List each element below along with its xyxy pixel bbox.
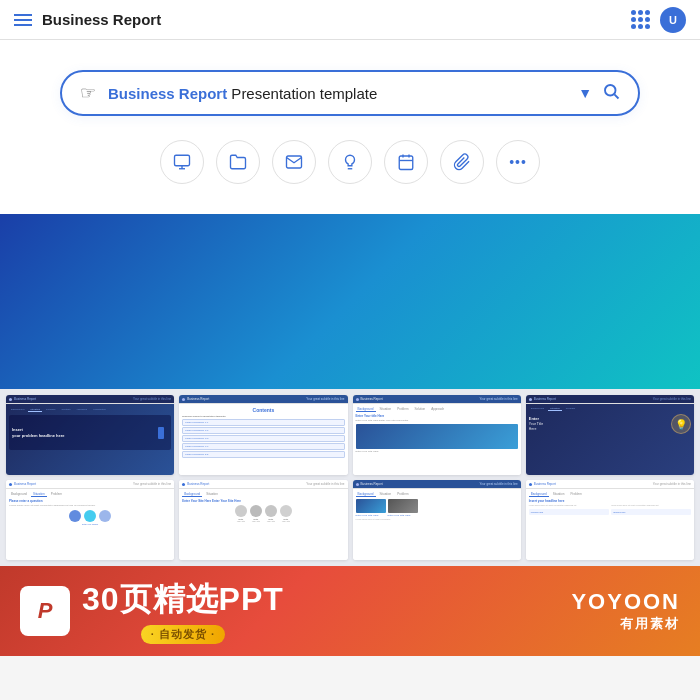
calendar-icon[interactable] <box>384 140 428 184</box>
bulb-icon[interactable] <box>328 140 372 184</box>
more-icon[interactable]: ••• <box>496 140 540 184</box>
filter-icon[interactable]: ▼ <box>578 85 592 101</box>
svg-point-0 <box>605 85 616 96</box>
search-actions: ▼ <box>578 82 620 104</box>
slides-section: Business Report Your great subtitle in t… <box>0 389 700 566</box>
svg-rect-2 <box>175 155 190 166</box>
header-left: Business Report <box>14 11 161 28</box>
bottom-banner: P 30页精选PPT · 自动发货 · YOYOON 有用素材 <box>0 566 700 656</box>
blue-section <box>0 214 700 389</box>
folder-icon[interactable] <box>216 140 260 184</box>
icon-row: ••• <box>160 134 540 194</box>
banner-right: YOYOON 有用素材 <box>571 589 680 633</box>
header: Business Report U <box>0 0 700 40</box>
banner-text-group: 30页精选PPT · 自动发货 · <box>82 578 284 644</box>
banner-brand: YOYOON <box>571 589 680 615</box>
slide-thumb[interactable]: Business Report Your great subtitle in t… <box>179 480 347 560</box>
contents-item: Menu CONTENT 5.5 <box>182 451 344 458</box>
slide-thumb[interactable]: Business Report Your great subtitle in t… <box>6 480 174 560</box>
hamburger-icon[interactable] <box>14 14 32 26</box>
slide-thumb[interactable]: Business Report Your great subtitle in t… <box>179 395 347 475</box>
contents-item: Menu CONTENT 2.2 <box>182 427 344 434</box>
banner-sub-text: · 自动发货 · <box>141 625 225 644</box>
slide-thumb[interactable]: Business Report Your great subtitle in t… <box>6 395 174 475</box>
banner-desc: 有用素材 <box>571 615 680 633</box>
banner-main-text: 30页精选PPT <box>82 578 284 622</box>
paperclip-icon[interactable] <box>440 140 484 184</box>
grid-icon[interactable] <box>631 10 650 29</box>
header-right: U <box>631 7 686 33</box>
slide-thumb[interactable]: Business Report Your great subtitle in t… <box>353 395 521 475</box>
slide-thumb[interactable]: Business Report Your great subtitle in t… <box>353 480 521 560</box>
slide-thumb[interactable]: Business Report Your great subtitle in t… <box>526 480 694 560</box>
contents-item: Menu CONTENT 1.1 <box>182 419 344 426</box>
svg-line-1 <box>614 94 618 98</box>
cursor-icon: ☞ <box>80 82 96 104</box>
slides-grid: Business Report Your great subtitle in t… <box>6 395 694 560</box>
search-area: ☞ Business Report Presentation template … <box>0 40 700 214</box>
banner-left: P 30页精选PPT · 自动发货 · <box>20 578 284 644</box>
search-bar[interactable]: ☞ Business Report Presentation template … <box>60 70 640 116</box>
search-icon[interactable] <box>602 82 620 104</box>
app-title: Business Report <box>42 11 161 28</box>
ppt-icon: P <box>20 586 70 636</box>
svg-rect-5 <box>399 156 413 170</box>
avatar[interactable]: U <box>660 7 686 33</box>
message-icon[interactable] <box>272 140 316 184</box>
search-blue-text: Business Report <box>108 85 227 102</box>
search-text: Business Report Presentation template <box>108 85 570 102</box>
monitor-icon[interactable] <box>160 140 204 184</box>
contents-item: Menu CONTENT 4.4 <box>182 443 344 450</box>
search-black-text: Presentation template <box>227 85 377 102</box>
slide-thumb[interactable]: Business Report Your great subtitle in t… <box>526 395 694 475</box>
contents-item: Menu CONTENT 3.3 <box>182 435 344 442</box>
